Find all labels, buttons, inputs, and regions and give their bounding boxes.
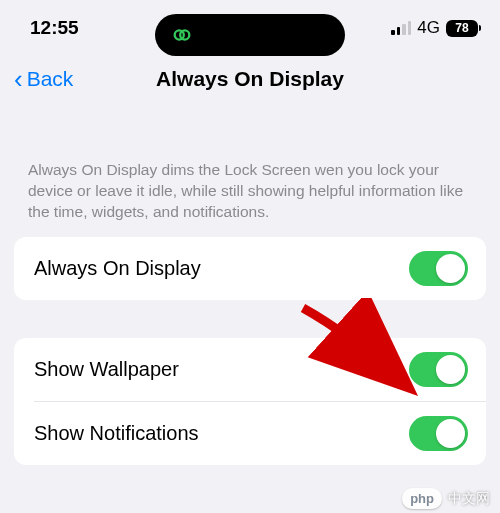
settings-section-options: Show Wallpaper Show Notifications [14, 338, 486, 465]
toggle-knob [436, 419, 465, 448]
status-indicators: 4G 78 [391, 18, 478, 38]
toggle-knob [436, 254, 465, 283]
setting-row-always-on: Always On Display [14, 237, 486, 300]
setting-label: Show Notifications [34, 422, 199, 445]
toggle-wallpaper[interactable] [409, 352, 468, 387]
page-title: Always On Display [156, 67, 344, 91]
toggle-always-on[interactable] [409, 251, 468, 286]
watermark-logo: php [402, 488, 442, 509]
link-icon [169, 22, 195, 48]
toggle-notifications[interactable] [409, 416, 468, 451]
description-text: Always On Display dims the Lock Screen w… [0, 114, 500, 237]
setting-label: Show Wallpaper [34, 358, 179, 381]
network-label: 4G [417, 18, 440, 38]
watermark: php 中文网 [402, 488, 490, 509]
setting-row-notifications: Show Notifications [34, 401, 486, 465]
watermark-text: 中文网 [448, 490, 490, 508]
settings-section-main: Always On Display [14, 237, 486, 300]
nav-header: ‹ Back Always On Display [0, 50, 500, 114]
chevron-left-icon: ‹ [14, 66, 23, 92]
battery-level: 78 [455, 21, 468, 35]
back-label: Back [27, 67, 74, 91]
back-button[interactable]: ‹ Back [14, 66, 73, 92]
setting-label: Always On Display [34, 257, 201, 280]
signal-icon [391, 21, 411, 35]
toggle-knob [436, 355, 465, 384]
setting-row-wallpaper: Show Wallpaper [14, 338, 486, 401]
status-time: 12:55 [30, 17, 79, 39]
battery-icon: 78 [446, 20, 478, 37]
status-bar: 12:55 4G 78 [0, 0, 500, 50]
